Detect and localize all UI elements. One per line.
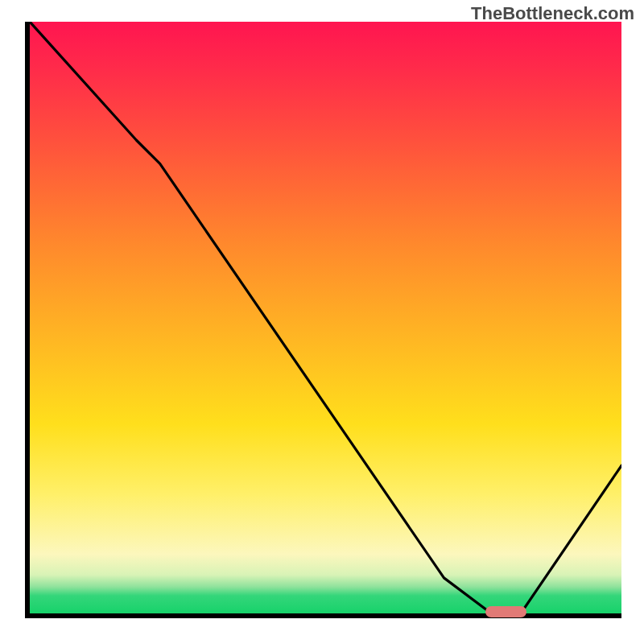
watermark-text: TheBottleneck.com	[471, 3, 634, 24]
chart-container: TheBottleneck.com	[0, 0, 644, 644]
chart-line-layer	[30, 22, 621, 613]
chart-line	[30, 22, 621, 613]
highlight-marker	[485, 606, 526, 617]
